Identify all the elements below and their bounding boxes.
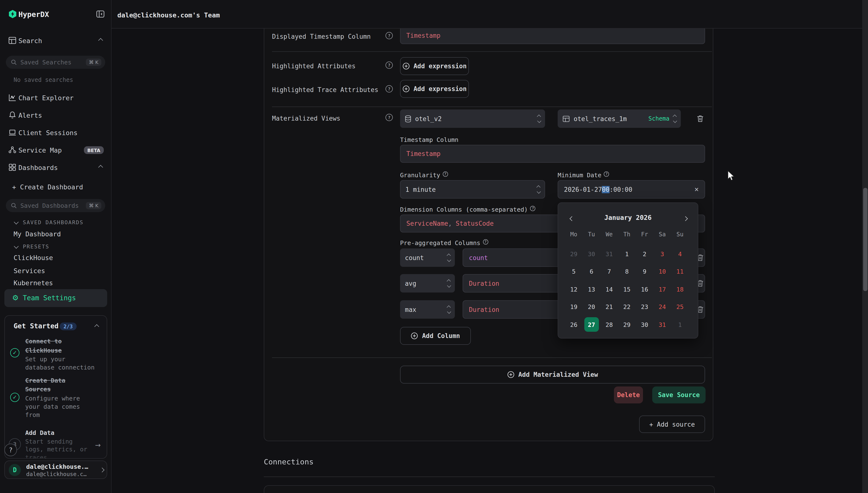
clear-date-icon[interactable]: ×: [694, 185, 699, 194]
sidebar-item-service-map[interactable]: Service Map: [18, 146, 62, 154]
help-icon[interactable]: ?: [443, 171, 448, 177]
calendar-next-month-button[interactable]: [681, 215, 689, 222]
calendar-day[interactable]: 20: [583, 298, 600, 316]
calendar-day[interactable]: 24: [653, 298, 671, 316]
calendar-day[interactable]: 6: [583, 263, 600, 280]
help-icon[interactable]: ?: [385, 114, 393, 121]
add-materialized-view-button[interactable]: Add Materialized View: [400, 366, 705, 384]
calendar-day[interactable]: 18: [671, 280, 689, 298]
calendar-day[interactable]: 30: [636, 316, 653, 334]
sidebar-item-search[interactable]: Search: [18, 37, 42, 45]
sidebar-item-clickhouse[interactable]: ClickHouse: [14, 254, 53, 261]
sidebar-item-team-settings[interactable]: ⚙ Team Settings: [4, 289, 107, 307]
calendar-weekday: We: [600, 231, 618, 238]
add-column-label: Add Column: [422, 332, 460, 340]
sidebar-item-chart-explorer[interactable]: Chart Explorer: [18, 94, 74, 102]
calendar-day[interactable]: 1: [618, 245, 636, 263]
help-icon[interactable]: ?: [385, 32, 393, 39]
add-expression-button[interactable]: Add expression: [400, 57, 469, 75]
dimension-value: ServiceName: [406, 220, 448, 227]
add-expression-button[interactable]: Add expression: [400, 80, 469, 98]
calendar-day[interactable]: 29: [565, 245, 583, 263]
calendar-day[interactable]: 29: [618, 316, 636, 334]
calendar-day[interactable]: 30: [583, 245, 600, 263]
minimum-date-input[interactable]: 2026-01-27 00:00:00 ×: [558, 180, 705, 198]
sidebar-item-dashboards[interactable]: Dashboards: [18, 164, 58, 171]
team-settings-label: Team Settings: [23, 294, 76, 302]
aggregation-fn-select[interactable]: max: [400, 300, 455, 319]
user-menu[interactable]: D dale@clickhouse.… dale@clickhouse.c…: [4, 460, 107, 479]
sidebar-item-kubernetes[interactable]: Kubernetes: [14, 279, 53, 287]
displayed-timestamp-input[interactable]: Timestamp: [400, 27, 705, 44]
delete-button[interactable]: Delete: [614, 386, 643, 403]
saved-dashboards-chevron-icon[interactable]: [14, 220, 19, 224]
calendar-day[interactable]: 16: [636, 280, 653, 298]
saved-searches-input[interactable]: Saved Searches ⌘ K: [6, 56, 105, 69]
sidebar-item-my-dashboard[interactable]: My Dashboard: [14, 230, 61, 238]
presets-section-label[interactable]: PRESETS: [23, 243, 49, 250]
calendar-day[interactable]: 23: [636, 298, 653, 316]
calendar-day[interactable]: 11: [671, 263, 689, 280]
saved-dashboards-section-label[interactable]: SAVED DASHBOARDS: [23, 219, 83, 226]
database-select[interactable]: otel_v2: [400, 109, 545, 128]
calendar-day[interactable]: 5: [565, 263, 583, 280]
calendar-month-label[interactable]: January 2026: [578, 214, 679, 221]
help-icon[interactable]: ?: [385, 62, 393, 69]
create-dashboard-button[interactable]: + Create Dashboard: [12, 183, 83, 191]
dashboards-collapse-chevron-icon[interactable]: [98, 165, 103, 170]
calendar-day[interactable]: 3: [653, 245, 671, 263]
add-column-button[interactable]: Add Column: [400, 327, 471, 345]
calendar-day[interactable]: 2: [636, 245, 653, 263]
search-section-icon: [8, 36, 17, 45]
help-button[interactable]: ?: [4, 444, 17, 456]
collapse-sidebar-icon[interactable]: [96, 10, 105, 18]
help-icon[interactable]: ?: [530, 206, 536, 211]
timestamp-column-input[interactable]: Timestamp: [400, 145, 705, 163]
calendar-prev-month-button[interactable]: [568, 215, 576, 222]
calendar-day[interactable]: 28: [600, 316, 618, 334]
help-icon[interactable]: ?: [604, 171, 609, 177]
presets-chevron-icon[interactable]: [14, 244, 19, 249]
calendar-day[interactable]: 14: [600, 280, 618, 298]
schema-link[interactable]: Schema: [648, 115, 669, 122]
arrow-right-icon[interactable]: →: [95, 441, 101, 449]
calendar-weekday: Tu: [583, 231, 600, 238]
search-collapse-chevron-icon[interactable]: [98, 38, 103, 43]
aggregation-fn-select[interactable]: avg: [400, 274, 455, 293]
save-source-button[interactable]: Save Source: [652, 386, 706, 403]
calendar-day[interactable]: 31: [653, 316, 671, 334]
add-source-button[interactable]: + Add source: [639, 415, 705, 433]
calendar-day[interactable]: 10: [653, 263, 671, 280]
sidebar-item-client-sessions[interactable]: Client Sessions: [18, 129, 78, 136]
sidebar-item-services[interactable]: Services: [14, 267, 45, 275]
calendar-day[interactable]: 17: [653, 280, 671, 298]
calendar-day[interactable]: 9: [636, 263, 653, 280]
calendar-day[interactable]: 31: [600, 245, 618, 263]
calendar-day[interactable]: 15: [618, 280, 636, 298]
calendar-day[interactable]: 7: [600, 263, 618, 280]
calendar-day[interactable]: 19: [565, 298, 583, 316]
scrollbar-thumb[interactable]: [863, 188, 867, 291]
get-started-collapse-chevron-icon[interactable]: [94, 324, 99, 329]
help-icon[interactable]: ?: [385, 85, 393, 92]
calendar-day[interactable]: 8: [618, 263, 636, 280]
help-icon[interactable]: ?: [483, 239, 488, 244]
calendar-day[interactable]: 1: [671, 316, 689, 334]
granularity-select[interactable]: 1 minute: [400, 180, 545, 198]
calendar-day[interactable]: 26: [565, 316, 583, 334]
calendar-day[interactable]: 13: [583, 280, 600, 298]
table-select[interactable]: otel_traces_1m Schema: [558, 109, 681, 128]
calendar-day[interactable]: 4: [671, 245, 689, 263]
scrollbar-track[interactable]: [862, 0, 868, 493]
calendar-day[interactable]: 21: [600, 298, 618, 316]
delete-materialized-view-icon[interactable]: [697, 115, 704, 123]
minimum-date-value: :00:00: [609, 186, 632, 193]
calendar-day-selected[interactable]: 27: [583, 316, 600, 334]
calendar-day[interactable]: 12: [565, 280, 583, 298]
aggregation-fn-select[interactable]: count: [400, 249, 455, 267]
saved-dashboards-input[interactable]: Saved Dashboards ⌘ K: [6, 199, 105, 212]
sidebar-item-alerts[interactable]: Alerts: [18, 111, 42, 119]
calendar-day[interactable]: 22: [618, 298, 636, 316]
calendar-day[interactable]: 25: [671, 298, 689, 316]
app-viewport: HyperDX Search Saved Searches ⌘ K No sav…: [0, 0, 868, 493]
